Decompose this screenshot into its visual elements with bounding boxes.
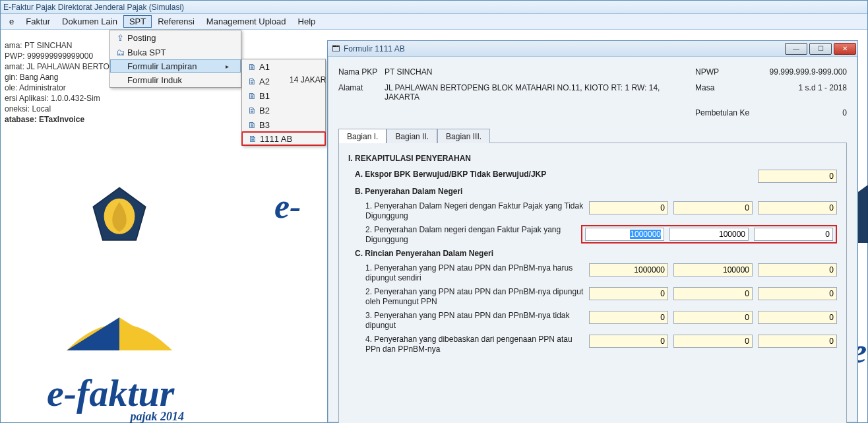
- field-c2-2[interactable]: [673, 287, 753, 300]
- alamat-overflow: 14 JAKAR: [290, 75, 326, 84]
- submenu-a1[interactable]: 🗎A1: [242, 59, 325, 74]
- submenu-b3[interactable]: 🗎B3: [242, 117, 325, 132]
- field-b1-3[interactable]: [758, 201, 837, 214]
- svg-point-1: [104, 199, 135, 234]
- pembetulan-value: 0: [755, 108, 847, 117]
- field-c2-1[interactable]: [589, 287, 668, 300]
- field-b2-2[interactable]: [669, 228, 749, 241]
- field-b1-2[interactable]: [673, 201, 753, 214]
- menu-referensi[interactable]: Referensi: [152, 15, 201, 28]
- main-window: E-Faktur Pajak Direktorat Jenderal Pajak…: [0, 0, 868, 423]
- field-c3-1[interactable]: [589, 311, 668, 324]
- field-c4-1[interactable]: [589, 335, 668, 348]
- menu-help[interactable]: Help: [292, 15, 322, 28]
- alamat-value: JL PAHLAWAN BERTOPENG BLOK MATAHARI NO.1…: [385, 83, 695, 102]
- row-b1-label: 1. Penyerahan Dalam Negeri dengan Faktur…: [348, 201, 589, 221]
- row-b2-label: 2. Penyerahan Dalam negeri dengan Faktur…: [348, 225, 581, 245]
- info-panel: ama: PT SINCHAN PWP: 999999999999000 ama…: [1, 34, 238, 131]
- document-icon: 🗎: [245, 77, 259, 86]
- row-c4-label: 4. Penyerahan yang dibebaskan dari penge…: [348, 335, 589, 354]
- tab-bagian-2[interactable]: Bagian II.: [387, 129, 437, 143]
- tab-panel-bagian-1: I. REKAPITULASI PENYERAHAN A. Ekspor BPK…: [338, 143, 847, 423]
- window-title: E-Faktur Pajak Direktorat Jenderal Pajak…: [1, 1, 867, 14]
- row-c3-label: 3. Penyerahan yang PPN atau PPN dan PPnB…: [348, 311, 589, 331]
- menu-dokumen-lain[interactable]: Dokumen Lain: [56, 15, 123, 28]
- svg-marker-0: [93, 188, 145, 240]
- field-c2-3[interactable]: [758, 287, 837, 300]
- tab-bagian-3[interactable]: Bagian III.: [437, 129, 490, 143]
- npwp-value: 99.999.999.9-999.000: [755, 67, 847, 77]
- close-button[interactable]: ✕: [834, 43, 856, 55]
- menu-file[interactable]: e: [3, 15, 20, 28]
- field-a-1[interactable]: [758, 170, 837, 183]
- header-grid: Nama PKP PT SINCHAN NPWP 99.999.999.9-99…: [338, 67, 847, 117]
- tabs: Bagian I. Bagian II. Bagian III.: [338, 128, 847, 143]
- field-c4-2[interactable]: [673, 335, 753, 348]
- field-c1-3[interactable]: [758, 263, 837, 277]
- submenu-1111ab[interactable]: 🗎1111 AB: [241, 131, 326, 146]
- document-icon: 🗎: [245, 91, 259, 101]
- field-c3-2[interactable]: [673, 311, 753, 324]
- efaktur-logo-full: e-faktur pajak 2014: [47, 304, 192, 423]
- formulir-window: 🗔 Formulir 1111 AB — ☐ ✕ Nama PKP PT SIN…: [327, 40, 858, 423]
- lampiran-submenu: 🗎A1 🗎A2 🗎B1 🗎B2 🗎B3 🗎1111 AB: [241, 59, 326, 146]
- minimize-button[interactable]: —: [785, 43, 807, 55]
- masa-value: 1 s.d 1 - 2018: [755, 83, 847, 102]
- section-a-title: A. Ekspor BPK Berwujud/BKP Tidak Berwuju…: [355, 170, 546, 179]
- field-b2-3[interactable]: [754, 228, 833, 241]
- sub-window-title: Formulir 1111 AB: [344, 44, 785, 53]
- document-icon: 🗎: [245, 134, 260, 144]
- menu-spt[interactable]: SPT: [123, 15, 152, 28]
- field-c1-2[interactable]: [673, 263, 753, 277]
- section-b-title: B. Penyerahan Dalam Negeri: [355, 187, 837, 196]
- field-c4-3[interactable]: [758, 335, 837, 348]
- app-icon: 🗔: [332, 44, 340, 53]
- tab-bagian-1[interactable]: Bagian I.: [338, 129, 387, 143]
- document-icon: 🗎: [245, 62, 259, 72]
- menubar: e Faktur Dokumen Lain SPT Referensi Mana…: [1, 14, 867, 30]
- field-b1-1[interactable]: [589, 201, 668, 214]
- field-c3-3[interactable]: [758, 311, 837, 324]
- section-rekap-title: I. REKAPITULASI PENYERAHAN: [348, 154, 837, 163]
- submenu-b1[interactable]: 🗎B1: [242, 88, 325, 103]
- field-b2-1[interactable]: 1000000: [585, 228, 664, 241]
- highlighted-row-b2: 1000000: [581, 225, 837, 244]
- document-icon: 🗎: [245, 120, 259, 130]
- efaktur-logo-partial: e-: [274, 187, 301, 226]
- menu-faktur[interactable]: Faktur: [20, 15, 56, 28]
- section-c-title: C. Rincian Penyerahan Dalam Negeri: [355, 249, 837, 258]
- sub-titlebar: 🗔 Formulir 1111 AB — ☐ ✕: [328, 41, 857, 57]
- document-icon: 🗎: [245, 106, 259, 115]
- submenu-b2[interactable]: 🗎B2: [242, 103, 325, 117]
- row-c2-label: 2. Penyerahan yang PPN atau PPN dan PPnB…: [348, 287, 589, 307]
- nama-pkp-value: PT SINCHAN: [385, 67, 695, 77]
- row-c1-label: 1. Penyerahan yang PPN atau PPN dan PPnB…: [348, 263, 589, 283]
- field-c1-1[interactable]: [589, 263, 668, 277]
- menu-management-upload[interactable]: Management Upload: [201, 15, 292, 28]
- djp-logo-icon: [90, 185, 149, 245]
- maximize-button[interactable]: ☐: [809, 43, 832, 55]
